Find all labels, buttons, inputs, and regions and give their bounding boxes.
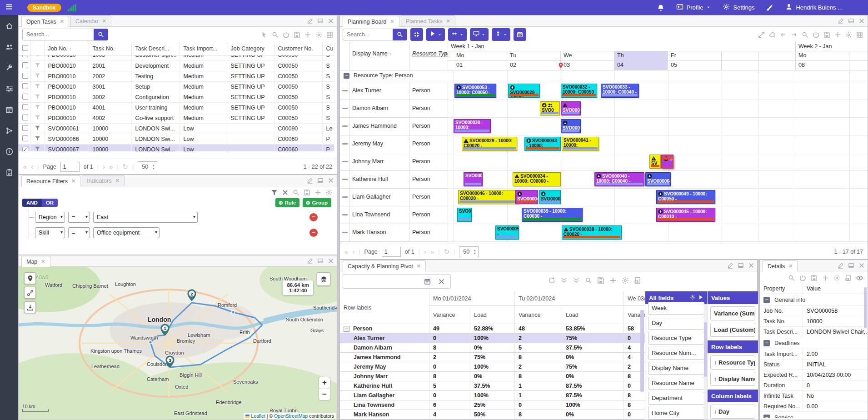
eraser-icon[interactable]	[769, 31, 776, 38]
row-filter-icon[interactable]	[30, 71, 44, 82]
task-block[interactable]: SVO000064 -	[645, 172, 671, 186]
page-input[interactable]	[60, 162, 80, 172]
resource-name[interactable]: Mark Hanson	[349, 224, 409, 242]
column-header[interactable]: Task Descri...	[131, 42, 180, 55]
redo-icon[interactable]	[791, 31, 798, 38]
profile-menu[interactable]: Profile	[676, 3, 711, 12]
row-checkbox[interactable]	[19, 124, 30, 134]
clear-icon[interactable]	[438, 278, 445, 285]
table-row[interactable]: PBO000103001SetupMediumSETTING UPC00050S	[19, 82, 334, 92]
column-header[interactable]: Task No.	[89, 42, 131, 55]
pivot-row-label[interactable]: −Person	[340, 324, 429, 334]
horizontal-scale-button[interactable]	[448, 28, 467, 41]
remove-rule-button[interactable]: −	[309, 213, 318, 221]
osm-link[interactable]: OpenStreetMap	[274, 413, 308, 419]
tab-calendar[interactable]: Calendar✕	[70, 15, 111, 26]
task-block[interactable]: SVO000043 - 10000:	[524, 137, 561, 151]
resize-icon[interactable]	[758, 31, 765, 38]
panel-minimize-icon[interactable]	[848, 18, 854, 24]
add-icon[interactable]	[304, 31, 311, 38]
field-item[interactable]: Day	[648, 317, 704, 330]
task-block[interactable]: SVO000049 - 10000: C00050 -	[656, 190, 715, 204]
tab-close-icon[interactable]: ✕	[115, 178, 119, 184]
task-block[interactable]: SVO000036	[464, 172, 483, 186]
or-button[interactable]: OR	[42, 199, 58, 207]
save-icon[interactable]	[811, 275, 818, 281]
sidebar-item-home-icon[interactable]	[5, 22, 13, 30]
task-block[interactable]: SV	[649, 155, 661, 169]
resource-name[interactable]: Damon Albarn	[349, 100, 409, 118]
day-name-header[interactable]: Th	[614, 51, 668, 61]
field-item[interactable]: Resource Type	[648, 332, 704, 345]
pivot-row-label[interactable]: Katherine Hull	[340, 381, 429, 391]
day-date-header[interactable]: 04	[614, 61, 668, 70]
last-page-button[interactable]: »	[430, 248, 434, 255]
sidebar-item-clipboard-icon[interactable]	[5, 169, 13, 176]
task-block[interactable]: SVO000045 - 10000: C00010 -	[656, 208, 715, 222]
panel-edit-icon[interactable]	[727, 262, 733, 269]
task-block[interactable]: SVO000053 - 10000: C00050 -	[454, 84, 496, 98]
map-waypoint-marker[interactable]: 3	[165, 355, 175, 370]
remove-rule-button[interactable]: −	[309, 229, 318, 237]
panel-edit-icon[interactable]	[307, 18, 313, 24]
resource-name[interactable]: Katherine Hull	[349, 171, 409, 189]
tab-close-icon[interactable]: ✕	[788, 263, 793, 269]
pivot-row-label[interactable]: James Hammond	[340, 353, 429, 362]
prev-page-button[interactable]: ‹	[352, 248, 354, 255]
field-expand-icon[interactable]	[698, 295, 703, 301]
add-group-button[interactable]: ⊕Group	[303, 198, 331, 207]
sidebar-item-sliders-icon[interactable]	[5, 85, 13, 93]
rule-operator-select[interactable]: =	[68, 212, 90, 223]
row-checkbox[interactable]	[19, 55, 30, 60]
panel-edit-icon[interactable]	[838, 262, 844, 269]
panel-minimize-icon[interactable]	[317, 258, 324, 264]
sidebar-item-info-icon[interactable]	[5, 148, 13, 155]
zoom-out-button[interactable]: −	[319, 389, 330, 400]
search-button[interactable]	[94, 29, 108, 40]
refresh-icon[interactable]: ↻	[123, 163, 129, 171]
row-filter-icon[interactable]	[30, 82, 44, 92]
tab-close-icon[interactable]: ✕	[102, 18, 106, 24]
first-page-button[interactable]: «	[23, 163, 27, 170]
leaflet-link[interactable]: Leaflet	[251, 413, 265, 419]
add-icon[interactable]	[822, 275, 829, 281]
scheduler-row-body[interactable]	[448, 118, 868, 135]
details-group-row[interactable]: −General info	[760, 294, 868, 306]
tab-close-icon[interactable]: ✕	[446, 18, 450, 24]
refresh-icon[interactable]	[548, 277, 555, 284]
tab-map[interactable]: Map✕	[21, 256, 50, 267]
sidebar-item-users-icon[interactable]	[5, 43, 13, 51]
day-date-header[interactable]: 01	[454, 61, 507, 70]
pivot-row-label[interactable]: Damon Albarn	[340, 343, 429, 353]
task-block[interactable]: SVO00	[457, 208, 472, 222]
column-header-resource-type[interactable]: Resource Type ↑	[409, 42, 448, 70]
row-filter-icon[interactable]	[30, 103, 44, 113]
panel-edit-icon[interactable]	[307, 258, 313, 264]
resource-name[interactable]: James Hammond	[349, 118, 409, 135]
task-block[interactable]: SVO000028 - 10000:	[508, 84, 540, 98]
tab-close-icon[interactable]: ✕	[417, 263, 421, 269]
panel-close-icon[interactable]	[328, 258, 334, 264]
day-name-header[interactable]: Fr	[668, 51, 722, 61]
gear-icon[interactable]	[833, 275, 840, 281]
table-row[interactable]: PBO000104002Go-live supportMediumSETTING…	[19, 113, 334, 124]
row-checkbox[interactable]	[19, 103, 30, 113]
sidebar-item-calendar-icon[interactable]	[5, 106, 13, 114]
row-filter-icon[interactable]	[30, 124, 44, 134]
rule-field-select[interactable]: Skill	[35, 227, 65, 238]
user-menu[interactable]: Hendrik Bulens ...	[785, 3, 843, 12]
day-name-header[interactable]: We	[561, 51, 614, 61]
rule-operator-select[interactable]: =	[68, 227, 90, 238]
row-handle[interactable]	[340, 118, 349, 135]
task-block[interactable]: SVO000032 - 10000: C00050 -	[561, 84, 597, 98]
calendar-icon[interactable]	[424, 278, 431, 285]
column-header[interactable]: Job No. ↑	[44, 42, 89, 55]
row-checkbox[interactable]	[19, 113, 30, 124]
resource-name[interactable]: Liam Gallagher	[349, 189, 409, 206]
play-split-button[interactable]	[426, 28, 445, 41]
save-icon[interactable]	[597, 277, 604, 284]
row-handle[interactable]	[340, 100, 349, 118]
next-page-button[interactable]: ›	[424, 248, 426, 255]
row-handle[interactable]	[340, 224, 349, 242]
panel-close-icon[interactable]	[858, 18, 865, 24]
